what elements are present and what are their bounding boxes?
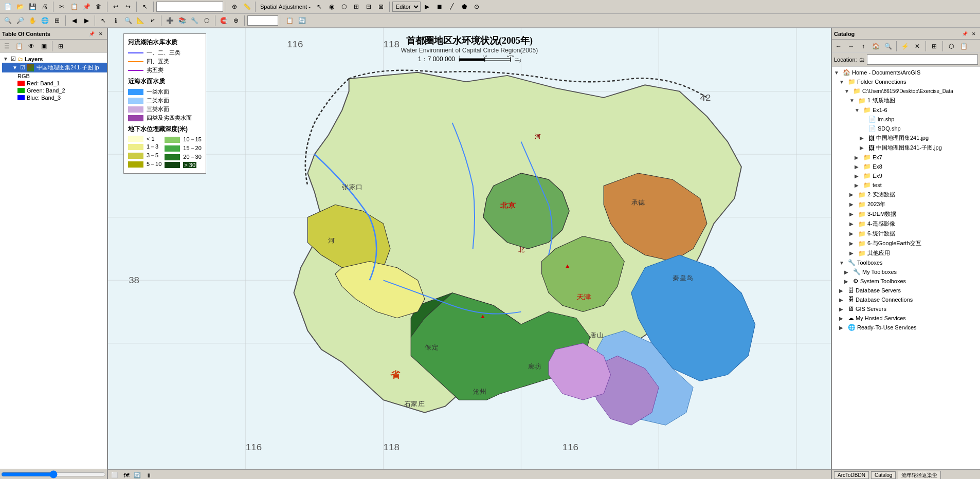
layer1-checkbox[interactable]: ☑ — [20, 64, 25, 71]
ex16-expand[interactable]: ▼ — [855, 107, 862, 113]
map-pause-btn[interactable]: ⏸ — [144, 471, 153, 480]
zoom-input[interactable]: 100% — [247, 15, 278, 26]
y2023-expand[interactable]: ▶ — [849, 201, 857, 207]
cat-folder4[interactable]: ▶ 📁 4-遥感影像 — [832, 219, 980, 229]
save-btn[interactable]: 💾 — [27, 1, 38, 12]
cat-folder3[interactable]: ▶ 📁 3-DEM数据 — [832, 209, 980, 219]
cat-view[interactable]: ⊞ — [929, 41, 940, 52]
refresh-btn[interactable]: 🔄 — [296, 15, 307, 26]
giss-expand[interactable]: ▶ — [839, 306, 846, 312]
cat-my-toolboxes[interactable]: ▶ 🔧 My Toolboxes — [832, 267, 980, 277]
cat-home-item[interactable]: ▼ 🏠 Home - Documents\ArcGIS — [832, 68, 980, 77]
rtu-expand[interactable]: ▶ — [839, 325, 846, 330]
toc-pin[interactable]: 📌 — [87, 30, 96, 38]
cat-other[interactable]: ▶ 📁 其他应用 — [832, 248, 980, 258]
editor-dropdown[interactable]: Editor — [392, 2, 421, 12]
cat-folder-connections[interactable]: ▼ 📁 Folder Connections — [832, 77, 980, 86]
measure-btn[interactable]: 📏 — [241, 1, 252, 12]
ed-expand[interactable]: ▼ — [844, 88, 851, 94]
open-btn[interactable]: 📂 — [14, 1, 26, 12]
layer1-item[interactable]: ▼ ☑ 中国地理图集241-子图.jp — [2, 63, 107, 72]
sa-node[interactable]: ◉ — [326, 1, 337, 12]
cat-fwd[interactable]: → — [845, 41, 857, 52]
cat-2023[interactable]: ▶ 📁 2023年 — [832, 199, 980, 209]
cat-back[interactable]: ← — [833, 41, 844, 52]
cat-ex9[interactable]: ▶ 📁 Ex9 — [832, 171, 980, 180]
ed-line[interactable]: ╱ — [446, 1, 458, 12]
pan-btn[interactable]: ✋ — [27, 15, 38, 26]
identify-btn[interactable]: 🗸 — [147, 15, 158, 26]
map-refresh-btn[interactable]: 🔄 — [133, 471, 142, 480]
toc-close[interactable]: ✕ — [97, 30, 105, 38]
footer-tab-2[interactable]: Catalog — [871, 471, 896, 479]
layout-btn[interactable]: 📋 — [284, 15, 295, 26]
cat-sys-toolboxes[interactable]: ▶ ⚙ System Toolboxes — [832, 277, 980, 286]
oth-expand[interactable]: ▶ — [849, 250, 857, 256]
back-nav[interactable]: ◀ — [68, 15, 80, 26]
sa-tool2[interactable]: ⊞ — [351, 1, 362, 12]
cat-sdqshp[interactable]: ▶ 📄 SDQ.shp — [832, 124, 980, 133]
location-input[interactable]: 中国地理图集241-子图.jpg — [867, 54, 978, 65]
cat-folder2[interactable]: ▶ 📁 2-实测数据 — [832, 190, 980, 199]
ed-poly[interactable]: ⬟ — [459, 1, 470, 12]
cat-test[interactable]: ▶ 📁 test — [832, 180, 980, 190]
cat-ex7[interactable]: ▶ 📁 Ex7 — [832, 153, 980, 162]
sa-tool3[interactable]: ⊟ — [363, 1, 374, 12]
catalog-close[interactable]: ✕ — [970, 30, 978, 38]
cat-exercise-data[interactable]: ▼ 📁 C:\Users\86156\Desktop\Exercise_Data — [832, 86, 980, 96]
cat-disconnect[interactable]: ✕ — [912, 41, 923, 52]
hs-expand[interactable]: ▶ — [839, 316, 846, 321]
atlas-expand[interactable]: ▶ — [860, 135, 867, 141]
fwd-nav[interactable]: ▶ — [81, 15, 92, 26]
cat-atlas[interactable]: ▶ 🖼 中国地理图集241.jpg — [832, 133, 980, 143]
sa-tool4[interactable]: ⊠ — [375, 1, 387, 12]
info-btn[interactable]: ℹ — [110, 15, 121, 26]
ex9-expand[interactable]: ▶ — [855, 173, 862, 179]
coordinate-input[interactable]: 1:916, 311, 662 — [156, 2, 223, 12]
cat-db-connections[interactable]: ▶ 🗄 Database Connections — [832, 295, 980, 304]
ed-stop[interactable]: ⏹ — [434, 1, 445, 12]
copy-btn[interactable]: 📋 — [68, 1, 80, 12]
toc-vis-view[interactable]: 👁 — [26, 41, 37, 52]
f1-expand[interactable]: ▼ — [849, 98, 857, 103]
test-expand[interactable]: ▶ — [855, 182, 862, 188]
cat-tool1[interactable]: ⬡ — [946, 41, 957, 52]
cat-folder5[interactable]: ▶ 📁 6-统计数据 — [832, 229, 980, 238]
f4-expand[interactable]: ▶ — [849, 221, 857, 227]
f3-expand[interactable]: ▶ — [849, 211, 857, 217]
catalog-pin[interactable]: 📌 — [960, 30, 969, 38]
dbc-expand[interactable]: ▶ — [839, 297, 846, 303]
cat-imshp[interactable]: ▶ 📄 im.shp — [832, 115, 980, 124]
footer-tab-1[interactable]: ArcToDBDN — [834, 471, 869, 479]
cat-folder6[interactable]: ▶ 📁 6-与GoogleEarth交互 — [832, 238, 980, 248]
ex7-expand[interactable]: ▶ — [855, 155, 862, 160]
layer1-expand[interactable]: ▼ — [12, 65, 19, 71]
find-btn[interactable]: 🔍 — [122, 15, 134, 26]
cat-ex8[interactable]: ▶ 📁 Ex8 — [832, 162, 980, 171]
add-data[interactable]: ➕ — [164, 15, 175, 26]
map-canvas[interactable]: 首都圈地区水环境状况(2005年) Water Environment of C… — [108, 28, 831, 469]
toolbox-btn[interactable]: 🔧 — [189, 15, 200, 26]
layers-header-item[interactable]: ▼ ☑ 🗂 Layers — [2, 55, 107, 63]
dbs-expand[interactable]: ▶ — [839, 288, 846, 293]
fc-expand[interactable]: ▼ — [839, 79, 846, 85]
systb-expand[interactable]: ▶ — [844, 279, 851, 284]
ed-node2[interactable]: ⊙ — [471, 1, 482, 12]
footer-tab-3[interactable]: 流年轮径返染尘 — [898, 471, 941, 480]
ed-play[interactable]: ▶ — [422, 1, 433, 12]
new-btn[interactable]: 📄 — [2, 1, 13, 12]
cat-atlas-sub[interactable]: ▶ 🖼 中国地理图集241-子图.jpg — [832, 143, 980, 153]
undo-btn[interactable]: ↩ — [110, 1, 121, 12]
zoom-in[interactable]: 🔍 — [2, 15, 13, 26]
cat-tool2[interactable]: 📋 — [958, 41, 969, 52]
cat-connect[interactable]: ⚡ — [899, 41, 911, 52]
sa-tool1[interactable]: ⬡ — [338, 1, 350, 12]
cat-rtu-services[interactable]: ▶ 🌐 Ready-To-Use Services — [832, 323, 980, 332]
toc-source-view[interactable]: 📋 — [13, 41, 25, 52]
f2-expand[interactable]: ▶ — [849, 192, 857, 197]
goto-xy-btn[interactable]: ⊕ — [229, 1, 240, 12]
measure2-btn[interactable]: 📐 — [135, 15, 146, 26]
snapping-btn[interactable]: 🧲 — [218, 15, 229, 26]
print-btn[interactable]: 🖨 — [39, 1, 50, 12]
zoom-out[interactable]: 🔎 — [14, 15, 26, 26]
